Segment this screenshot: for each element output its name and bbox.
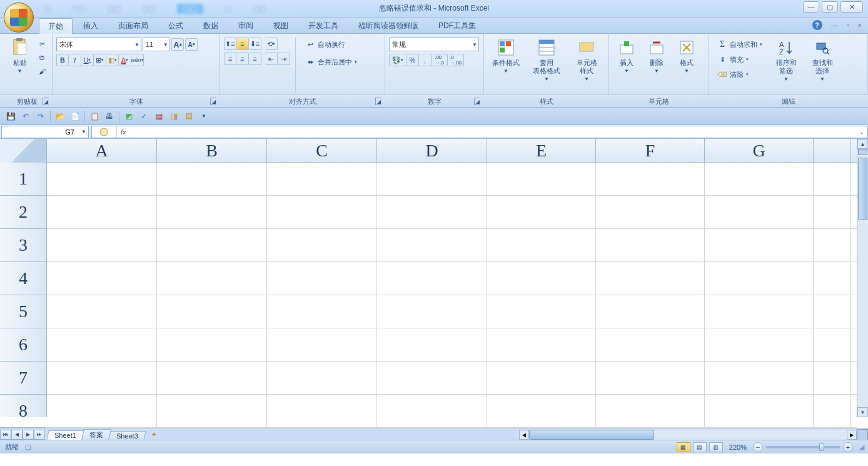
select-all-corner[interactable] (0, 139, 47, 163)
zoom-slider-knob[interactable] (819, 443, 824, 451)
page-break-view-button[interactable]: ▥ (709, 442, 723, 452)
sheet-tab-Sheet1[interactable]: Sheet1 (46, 430, 84, 440)
cell[interactable] (596, 196, 705, 228)
decrease-indent-button[interactable]: ⇤ (265, 53, 278, 65)
hscroll-thumb[interactable] (529, 430, 654, 440)
cell[interactable] (377, 328, 487, 361)
insert-function-button[interactable] (92, 126, 117, 138)
cell[interactable] (814, 362, 851, 394)
vscroll-thumb[interactable] (858, 158, 867, 220)
fill-button[interactable]: ⬇填充▾ (713, 53, 767, 66)
align-center-button[interactable]: ≡ (236, 53, 249, 65)
format-painter-button[interactable]: 🖌 (36, 65, 48, 78)
cell[interactable] (814, 262, 851, 295)
col-header-B[interactable]: B (157, 139, 267, 162)
normal-view-button[interactable]: ▦ (677, 442, 690, 452)
decrease-decimal-button[interactable]: .0→.00 (448, 54, 464, 66)
cells-grid[interactable] (47, 163, 857, 417)
col-header-D[interactable]: D (377, 139, 487, 162)
align-top-button[interactable]: ⬆≡ (224, 38, 236, 50)
accounting-format-button[interactable]: 💱▾ (389, 54, 406, 66)
bold-button[interactable]: B (56, 54, 69, 66)
sheet-tab-答案[interactable]: 答案 (81, 429, 111, 440)
cell[interactable] (157, 229, 267, 261)
format-as-table-button[interactable]: 套用 表格格式▼ (527, 36, 567, 94)
format-cells-button[interactable]: 格式▼ (673, 36, 700, 94)
cell[interactable] (157, 328, 267, 361)
cell[interactable] (814, 328, 851, 361)
cut-button[interactable]: ✂ (36, 38, 48, 50)
cell[interactable] (487, 362, 596, 394)
cell[interactable] (487, 395, 596, 427)
cell[interactable] (705, 262, 814, 295)
horizontal-split-handle[interactable] (857, 429, 868, 440)
col-header-A[interactable]: A (47, 139, 157, 162)
cell[interactable] (47, 362, 157, 394)
vertical-split-handle[interactable] (858, 149, 867, 155)
save-button[interactable]: 💾 (4, 109, 18, 123)
insert-sheet-button[interactable]: ✦ (147, 430, 161, 440)
font-name-combo[interactable]: 宋体▼ (56, 38, 141, 51)
tab-home[interactable]: 开始 (39, 18, 73, 34)
percent-button[interactable]: % (406, 54, 419, 66)
undo-button[interactable]: ↶ (19, 109, 33, 123)
cell[interactable] (487, 196, 596, 228)
cell[interactable] (596, 362, 705, 394)
formula-bar[interactable]: fx (91, 126, 868, 138)
tab-data[interactable]: 数据 (194, 18, 228, 33)
cell[interactable] (47, 229, 157, 261)
cell[interactable] (596, 395, 705, 427)
qat-print-button[interactable]: 🖶 (103, 109, 116, 123)
cell-styles-button[interactable]: 单元格 样式▼ (569, 36, 604, 94)
align-right-button[interactable]: ≡ (249, 53, 261, 65)
cell[interactable] (47, 196, 157, 228)
tab-review[interactable]: 审阅 (229, 18, 263, 33)
cell[interactable] (596, 229, 705, 261)
increase-decimal-button[interactable]: .00→.0 (431, 54, 448, 66)
autosum-button[interactable]: Σ自动求和▾ (713, 38, 767, 51)
name-box[interactable]: G7▼ (1, 126, 89, 138)
cell[interactable] (47, 262, 157, 295)
office-button[interactable] (4, 3, 34, 33)
tab-page-layout[interactable]: 页面布局 (109, 18, 158, 33)
close-button[interactable]: ✕ (840, 1, 863, 13)
find-select-button[interactable]: 查找和 选择▼ (805, 36, 839, 94)
cell[interactable] (705, 295, 814, 328)
increase-font-button[interactable]: A▴ (171, 38, 184, 51)
cell[interactable] (596, 163, 705, 195)
row-header-8[interactable]: 8 (0, 395, 46, 428)
cell[interactable] (47, 328, 157, 361)
cell[interactable] (487, 328, 596, 361)
font-color-button[interactable]: A▾ (119, 54, 131, 66)
cell[interactable] (267, 328, 377, 361)
expand-formula-bar[interactable]: ⌄ (857, 127, 867, 137)
row-header-1[interactable]: 1 (0, 163, 46, 196)
row-header-7[interactable]: 7 (0, 362, 46, 395)
cell[interactable] (267, 362, 377, 394)
resize-grip-icon[interactable]: ◢ (859, 443, 864, 451)
scroll-up-button[interactable]: ▲ (857, 139, 868, 149)
help-icon[interactable]: ? (812, 20, 822, 30)
macro-record-icon[interactable]: ▢ (25, 443, 31, 451)
cell[interactable] (487, 262, 596, 295)
conditional-format-button[interactable]: 条件格式▼ (488, 36, 524, 94)
cell[interactable] (47, 295, 157, 328)
col-header-E[interactable]: E (487, 139, 596, 162)
cell[interactable] (487, 229, 596, 261)
qat-open-button[interactable]: 📂 (53, 109, 67, 123)
tab-foxit[interactable]: 福昕阅读器领鲜版 (349, 18, 428, 33)
delete-cells-button[interactable]: 删除▼ (643, 36, 670, 94)
col-header-F[interactable]: F (596, 139, 705, 162)
zoom-level[interactable]: 220% (729, 443, 747, 451)
zoom-in-button[interactable]: + (843, 442, 853, 452)
redo-button[interactable]: ↷ (34, 109, 48, 123)
cell[interactable] (814, 196, 851, 228)
tab-insert[interactable]: 插入 (74, 18, 108, 33)
row-header-4[interactable]: 4 (0, 262, 46, 295)
prev-sheet-button[interactable]: ◀ (11, 430, 23, 440)
scroll-left-button[interactable]: ◀ (519, 430, 529, 440)
cell[interactable] (267, 395, 377, 427)
cell[interactable] (377, 229, 487, 261)
paste-button[interactable]: 粘贴 ▼ (6, 36, 33, 94)
next-sheet-button[interactable]: ▶ (23, 430, 34, 440)
